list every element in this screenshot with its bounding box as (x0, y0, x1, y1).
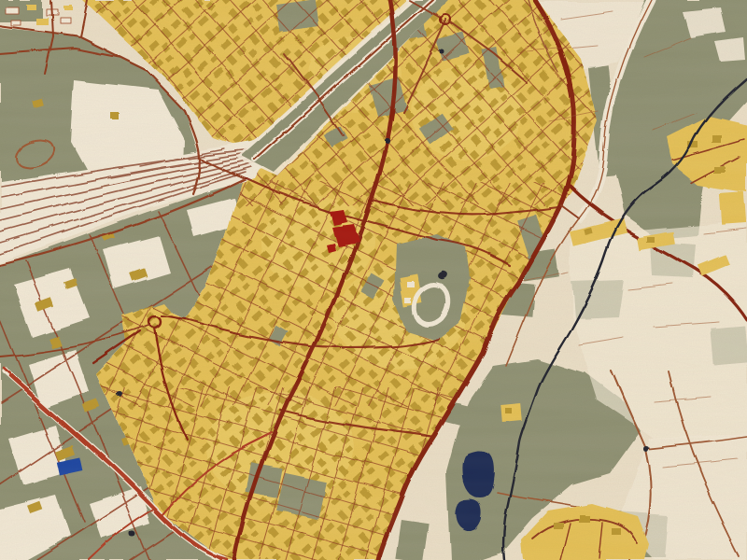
map-canvas (0, 0, 747, 560)
central-park (394, 235, 469, 340)
map-art-print (0, 0, 747, 560)
